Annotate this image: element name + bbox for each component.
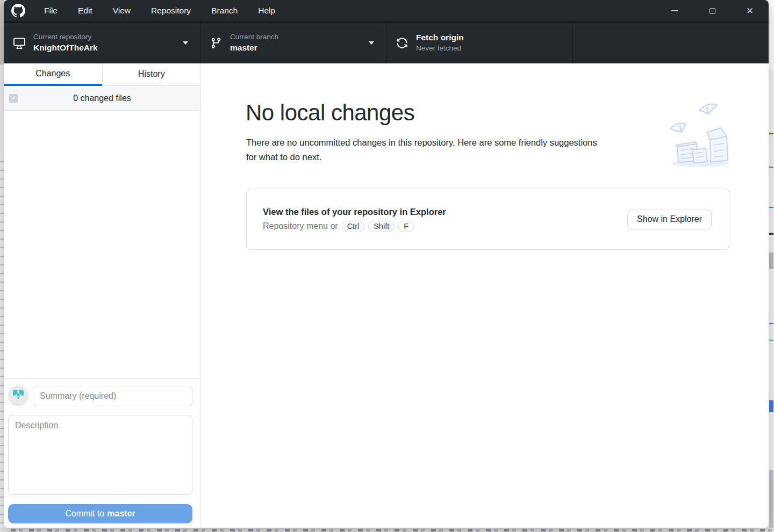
paper-stacks-illustration	[668, 101, 733, 168]
github-desktop-window: File Edit View Repository Branch Help ✕ …	[4, 0, 769, 528]
sync-icon	[396, 37, 408, 49]
menu-view[interactable]: View	[103, 0, 141, 21]
current-branch-button[interactable]: Current branch master	[200, 23, 386, 63]
toolbar: Current repository KnightOfTheArk Curren…	[4, 21, 769, 63]
background-text-fragments	[0, 161, 4, 532]
close-icon: ✕	[746, 6, 754, 16]
chevron-down-icon	[369, 41, 374, 45]
commit-button-prefix: Commit to	[65, 509, 104, 518]
background-window-bottom-strip	[0, 528, 774, 532]
commit-button-branch: master	[107, 509, 135, 518]
fetch-origin-label: Fetch origin	[416, 32, 464, 44]
page-subtitle: There are no uncommitted changes in this…	[246, 135, 609, 164]
avatar	[8, 386, 28, 406]
show-in-explorer-button[interactable]: Show in Explorer	[627, 210, 712, 229]
changes-list-empty	[4, 111, 200, 378]
summary-input[interactable]	[33, 386, 192, 406]
chevron-down-icon	[183, 41, 188, 45]
background-window-left-strip	[0, 0, 4, 532]
fetch-origin-button[interactable]: Fetch origin Never fetched	[386, 23, 572, 63]
description-input[interactable]	[8, 415, 192, 495]
github-logo-icon	[11, 4, 25, 18]
suggestion-card-explorer: View the files of your repository in Exp…	[246, 189, 729, 250]
hint-text: Repository menu or	[263, 221, 338, 231]
sidebar-tabs: Changes History	[4, 63, 200, 86]
fetch-origin-status: Never fetched	[416, 44, 464, 53]
current-repository-label: Current repository	[33, 32, 98, 42]
menu-bar: File Edit View Repository Branch Help	[34, 0, 285, 21]
menu-file[interactable]: File	[34, 0, 68, 21]
close-button[interactable]: ✕	[731, 0, 769, 21]
current-branch-value: master	[230, 42, 278, 54]
window-controls: ✕	[656, 0, 769, 21]
suggestion-card-text: View the files of your repository in Exp…	[263, 207, 446, 232]
suggestion-card-title: View the files of your repository in Exp…	[263, 207, 446, 217]
current-repository-button[interactable]: Current repository KnightOfTheArk	[4, 23, 200, 63]
page-title: No local changes	[246, 100, 414, 126]
maximize-button[interactable]	[693, 0, 731, 21]
minimize-button[interactable]	[656, 0, 693, 21]
content-area: Changes History ✓ 0 changed files	[4, 63, 769, 528]
title-bar: File Edit View Repository Branch Help ✕	[4, 0, 769, 21]
monitor-icon	[13, 37, 25, 49]
tab-changes[interactable]: Changes	[4, 63, 102, 86]
maximize-icon	[710, 8, 715, 14]
menu-repository[interactable]: Repository	[141, 0, 201, 21]
background-text-fragments	[11, 529, 774, 531]
suggestion-card-hint: Repository menu or Ctrl Shift F	[263, 221, 446, 232]
kbd-shift: Shift	[368, 221, 395, 232]
minimize-icon	[671, 10, 678, 11]
tab-history[interactable]: History	[102, 63, 201, 86]
sidebar: Changes History ✓ 0 changed files	[4, 63, 201, 528]
git-branch-icon	[210, 37, 222, 49]
kbd-ctrl: Ctrl	[342, 221, 365, 232]
commit-form: Commit tomaster	[4, 378, 200, 528]
commit-button[interactable]: Commit tomaster	[8, 504, 192, 523]
changed-files-row: ✓ 0 changed files	[4, 86, 200, 111]
changed-files-count: 0 changed files	[4, 94, 200, 103]
toolbar-empty-space	[572, 23, 769, 63]
menu-branch[interactable]: Branch	[201, 0, 248, 21]
menu-edit[interactable]: Edit	[68, 0, 103, 21]
kbd-f: F	[398, 221, 414, 232]
commit-summary-row	[8, 386, 192, 406]
current-repository-value: KnightOfTheArk	[33, 42, 98, 54]
menu-help[interactable]: Help	[248, 0, 285, 21]
main-panel: No local changes There are no uncommitte…	[201, 63, 769, 528]
background-window-right-strip	[769, 0, 774, 532]
current-branch-label: Current branch	[230, 32, 278, 42]
